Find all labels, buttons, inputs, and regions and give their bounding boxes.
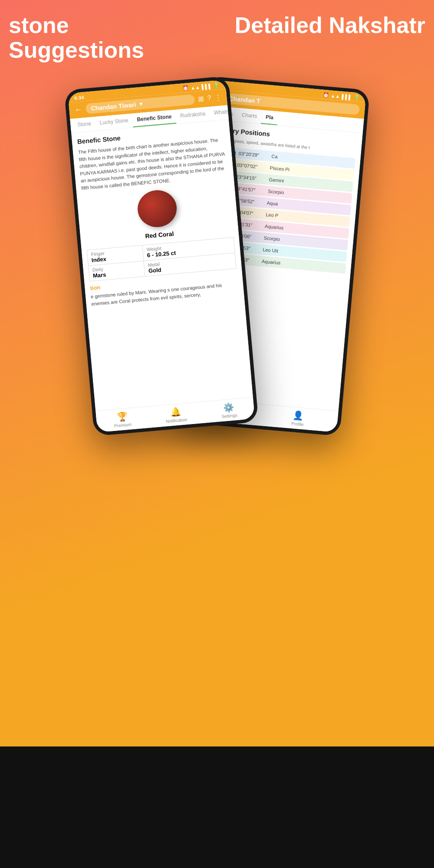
header-right-title: Detailed Nakshatr [235, 13, 425, 38]
settings-label: Settings [221, 413, 237, 419]
planet-sign-ascendant: Ca [271, 154, 278, 159]
back-button-left[interactable]: ← [74, 105, 83, 114]
alarm-icon: ⏰ [183, 85, 189, 91]
black-background [0, 746, 434, 868]
content-area-left: Benefic Stone The Fifth house of the bir… [71, 119, 253, 411]
question-icon[interactable]: ? [207, 94, 211, 102]
signal-icon: ▌▌▌ [201, 83, 212, 89]
benefic-stone-description: The Fifth house of the birth chart is an… [78, 136, 228, 191]
nav-notification[interactable]: 🔔 Notification [164, 406, 187, 424]
signal-icon-right: ▌▌▌ [342, 94, 352, 100]
nav-premium[interactable]: 🏆 Premium [113, 411, 132, 428]
planet-deg-mars: 09°41′57″ [235, 186, 266, 194]
header-area: stone Suggestions Detailed Nakshatr [0, 0, 434, 71]
planet-sign-rahu: Leo Utt [263, 247, 278, 253]
more-icon[interactable]: ⋮ [214, 93, 222, 102]
tab-charts[interactable]: Charts [237, 108, 262, 124]
planet-sign-jupiter: Leo P [266, 212, 279, 218]
tab-stone[interactable]: Stone [72, 117, 96, 132]
wifi-icon: ▲▲ [191, 84, 201, 90]
user-name-left: Chandan Tiwari [91, 101, 136, 112]
premium-label: Premium [114, 422, 132, 428]
planet-deg-moon: 23°34′15″ [236, 174, 266, 182]
notification-icon: 🔔 [170, 406, 182, 418]
dropdown-icon-left: ▼ [138, 101, 144, 107]
red-coral-image [136, 189, 178, 229]
planet-deg-sun: 03°07′02″ [237, 162, 268, 170]
phone-left: 6:34 ⏰ ▲▲ ▌▌▌ 🔋 ← Chandan Tiwari ▼ ⊞ ? [64, 76, 259, 436]
header-left-title: stone Suggestions [9, 13, 191, 62]
time-left: 6:34 [74, 95, 84, 101]
notification-label: Notification [166, 417, 187, 424]
header-icons-left: ⊞ ? ⋮ [198, 93, 222, 103]
user-name-right: Chandan T [229, 95, 260, 105]
battery-icon: 🔋 [213, 82, 220, 89]
planet-sign-ketu: Aquarius [262, 259, 281, 266]
planet-sign-saturn: Scorpio [263, 235, 280, 242]
planet-deg-ascendant: 03°20′29″ [238, 151, 269, 158]
battery-icon-right: 🔋 [353, 95, 360, 101]
tab-planetary[interactable]: Pla [261, 110, 279, 125]
alarm-icon-right: ⏰ [322, 92, 329, 98]
planet-sign-mars: Scorpio [268, 188, 284, 195]
settings-icon: ⚙️ [223, 402, 234, 413]
planet-sign-mercury: Aqua [266, 200, 278, 206]
phone-left-screen: 6:34 ⏰ ▲▲ ▌▌▌ 🔋 ← Chandan Tiwari ▼ ⊞ ? [68, 80, 255, 433]
planet-sign-venus: Aquarius [265, 224, 284, 230]
planet-sign-sun: Pisces Pi [270, 165, 289, 172]
premium-icon: 🏆 [116, 411, 128, 422]
tab-whats-n[interactable]: Whats N [209, 105, 229, 121]
phones-area: 6:34 ⏰ ▲▲ ▌▌▌ 🔋 ← Chandan Tiwari ▼ ⊞ ? [0, 74, 434, 421]
profile-label: Profile [291, 421, 304, 427]
nav-profile[interactable]: 👤 Profile [291, 410, 305, 427]
wifi-icon-right: ▲▲ [330, 93, 340, 99]
nav-settings[interactable]: ⚙️ Settings [220, 401, 237, 419]
grid-icon[interactable]: ⊞ [198, 95, 204, 103]
planet-sign-moon: Gemini [269, 177, 284, 184]
profile-icon: 👤 [293, 410, 304, 421]
